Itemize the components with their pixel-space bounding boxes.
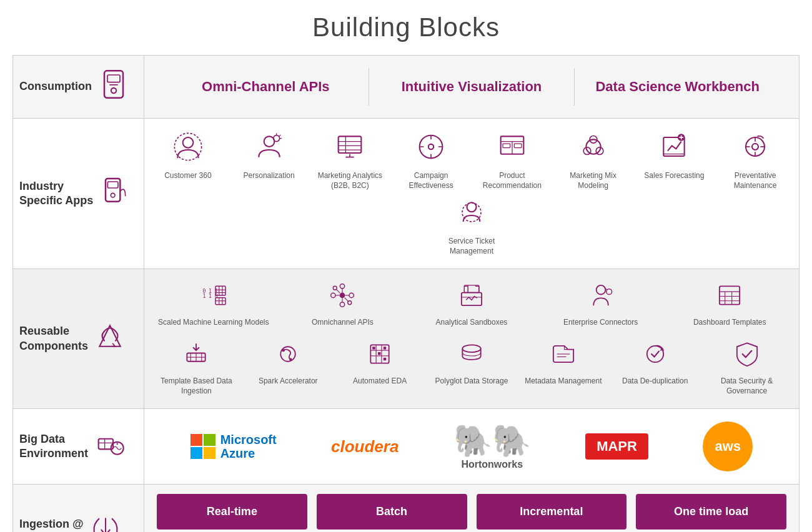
- industry-content-cell: Customer 360 Personaliza: [144, 119, 800, 269]
- aws-logo: aws: [703, 421, 753, 471]
- reusable-label-cell: ReusableComponents: [13, 269, 144, 409]
- ingestion-onetime: One time load: [636, 494, 786, 530]
- app-customer360: Customer 360: [154, 131, 222, 181]
- spark-icon: [274, 340, 302, 372]
- svg-point-85: [289, 358, 292, 361]
- app-personalization: Personalization: [235, 131, 304, 181]
- reusable-content-cell: 0 1 1 1 1 0: [144, 269, 800, 409]
- spark-label: Spark Accelerator: [259, 377, 318, 387]
- customer360-icon: [172, 131, 204, 166]
- bigdata-icon: [94, 428, 126, 465]
- svg-rect-67: [462, 293, 482, 306]
- svg-point-7: [183, 137, 194, 148]
- enterprise-icon: [587, 282, 615, 313]
- enterprise-label: Enterprise Connectors: [563, 318, 638, 328]
- eda-label: Automated EDA: [353, 377, 407, 387]
- svg-point-55: [331, 293, 335, 298]
- svg-point-57: [340, 284, 345, 288]
- azure-sq-yellow: [204, 447, 215, 459]
- svg-line-65: [337, 290, 340, 293]
- page-title: Building Blocks: [12, 12, 800, 42]
- campaign-label: Campaign Effectiveness: [397, 171, 465, 190]
- comp-eda: Automated EDA: [337, 340, 423, 396]
- product-rec-label: Product Recommendation: [478, 171, 547, 190]
- template-ingestion-icon: [182, 340, 210, 372]
- preventative-label: Preventative Maintenance: [721, 171, 790, 190]
- azure-text: MicrosoftAzure: [220, 433, 277, 460]
- consumption-row: Consumption Omni-Channel APIs Intuitive …: [13, 56, 800, 119]
- bigdata-content-cell: MicrosoftAzure cloudera 🐘🐘 Hortonworks M…: [144, 409, 800, 485]
- app-sales-forecast: Sales Forecasting: [640, 131, 708, 181]
- svg-rect-1: [107, 75, 120, 82]
- svg-point-58: [340, 302, 345, 307]
- svg-point-54: [340, 293, 345, 298]
- industry-row: IndustrySpecific Apps: [13, 119, 800, 269]
- security-label: Data Security & Governance: [704, 377, 790, 396]
- service-ticket-label: Service Ticket Management: [437, 237, 506, 256]
- svg-point-6: [111, 193, 116, 197]
- comp-polyglot: Polyglot Data Storage: [429, 340, 515, 396]
- comp-spark: Spark Accelerator: [245, 340, 331, 396]
- svg-rect-24: [503, 144, 510, 148]
- svg-rect-93: [384, 358, 386, 360]
- app-product-rec: Product Recommendation: [478, 131, 547, 190]
- hortonworks-logo: 🐘🐘 Hortonworks: [453, 423, 531, 470]
- consumption-icon: [98, 69, 129, 106]
- svg-rect-14: [339, 136, 362, 153]
- security-icon: [733, 340, 761, 372]
- polyglot-label: Polyglot Data Storage: [435, 377, 508, 387]
- svg-point-26: [586, 139, 600, 154]
- consumption-categories: Omni-Channel APIs Intuitive Visualizatio…: [144, 56, 799, 118]
- svg-point-95: [462, 345, 480, 352]
- sales-forecast-label: Sales Forecasting: [644, 171, 704, 181]
- consumption-content-cell: Omni-Channel APIs Intuitive Visualizatio…: [144, 56, 800, 119]
- main-table: Consumption Omni-Channel APIs Intuitive …: [12, 55, 800, 532]
- scaled-ml-icon: 0 1 1 1 1 0: [200, 282, 227, 313]
- svg-rect-94: [384, 347, 386, 349]
- svg-rect-91: [372, 347, 375, 349]
- ingestion-label-cell: Ingestion @Scale: [13, 485, 144, 532]
- comp-template-ingestion: Template Based Data Ingestion: [154, 340, 239, 396]
- reusable-label: ReusableComponents: [19, 324, 88, 353]
- sales-forecast-icon: [658, 131, 690, 166]
- app-preventative: Preventative Maintenance: [721, 131, 790, 190]
- preventative-icon: [740, 131, 771, 166]
- omnichannel-label: Omnichannel APIs: [312, 318, 374, 328]
- industry-label: IndustrySpecific Apps: [19, 179, 93, 209]
- dedup-icon: [641, 340, 669, 372]
- consumption-cat-2: Intuitive Visualization: [369, 79, 575, 95]
- consumption-label: Consumption: [19, 79, 92, 94]
- marketing-mix-label: Marketing Mix Modeling: [559, 171, 628, 190]
- hortonworks-text: Hortonworks: [461, 459, 523, 470]
- industry-apps: Customer 360 Personaliza: [144, 119, 799, 268]
- azure-sq-red: [191, 434, 202, 446]
- bigdata-label-cell: Big DataEnvironment: [13, 409, 144, 485]
- comp-analytical: Analytical Sandboxes: [412, 282, 532, 328]
- svg-line-12: [279, 135, 280, 137]
- eda-icon: [366, 340, 394, 372]
- mapr-text: MAPR: [585, 433, 648, 460]
- ingestion-content-cell: Real-time Batch Incremental One time loa…: [144, 485, 800, 532]
- comp-omnichannel: Omnichannel APIs: [283, 282, 403, 328]
- omnichannel-icon: [329, 282, 356, 313]
- marketing-analytics-icon: [334, 131, 365, 166]
- app-service-ticket: Service Ticket Management: [437, 197, 506, 256]
- metadata-icon: [550, 340, 577, 372]
- comp-security: Data Security & Governance: [704, 340, 790, 396]
- comp-enterprise: Enterprise Connectors: [541, 282, 661, 328]
- svg-point-10: [273, 135, 279, 142]
- ingestion-label: Ingestion @Scale: [19, 517, 84, 532]
- consumption-cat-1: Omni-Channel APIs: [163, 79, 369, 95]
- dashboard-icon: [716, 282, 743, 313]
- campaign-icon: [415, 131, 447, 166]
- svg-point-9: [264, 136, 274, 147]
- components-row1: 0 1 1 1 1 0: [154, 282, 790, 328]
- personalization-icon: [254, 131, 285, 166]
- service-ticket-icon: [456, 197, 487, 232]
- hortonworks-icon: 🐘🐘: [453, 423, 531, 459]
- ingestion-buttons: Real-time Batch Incremental One time loa…: [157, 494, 786, 530]
- ingestion-icon: [90, 513, 121, 532]
- ingestion-batch: Batch: [317, 494, 467, 530]
- marketing-analytics-label: Marketing Analytics (B2B, B2C): [315, 171, 384, 190]
- svg-point-69: [596, 285, 605, 295]
